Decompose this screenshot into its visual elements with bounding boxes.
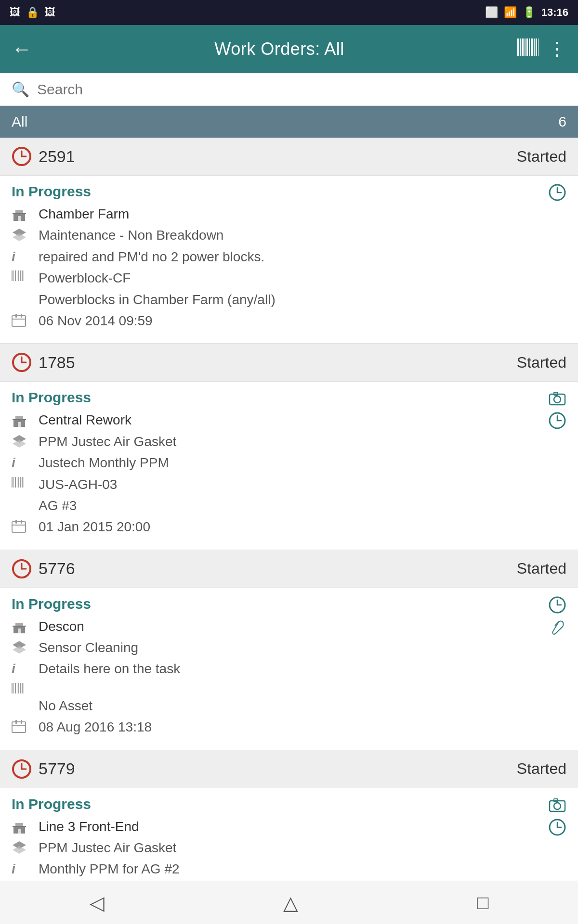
- card-right-icons-3: [548, 796, 566, 836]
- svg-rect-22: [17, 270, 17, 281]
- task-type-text-2: Sensor Cleaning: [39, 639, 548, 656]
- wo-status-0: Started: [517, 148, 566, 166]
- info-text-3: Monthly PPM for AG #2: [39, 860, 548, 878]
- task-type-row-3: PPM Justec Air Gasket: [12, 839, 548, 857]
- date-row-0: 06 Nov 2014 09:59: [12, 312, 548, 330]
- clock-teal-icon-0: [548, 183, 566, 202]
- svg-rect-4: [526, 38, 528, 56]
- svg-marker-42: [13, 440, 26, 448]
- svg-point-104: [554, 803, 561, 809]
- svg-rect-30: [21, 314, 22, 318]
- work-order-id-row-0[interactable]: 2591 Started: [0, 138, 578, 176]
- location-row-3: Line 3 Front-End: [12, 818, 548, 835]
- wrench-icon-2: [548, 618, 566, 636]
- svg-marker-18: [13, 233, 26, 241]
- svg-rect-47: [18, 477, 19, 488]
- wo-id-number-2: 5776: [39, 559, 75, 578]
- info-row-1: i Justech Monthly PPM: [12, 454, 548, 472]
- svg-rect-80: [15, 720, 17, 724]
- date-row-2: 08 Aug 2016 13:18: [12, 719, 548, 736]
- search-icon: 🔍: [12, 81, 29, 98]
- building-icon-3: [12, 819, 31, 834]
- svg-rect-39: [18, 422, 21, 427]
- layers-icon-2: [12, 640, 31, 654]
- svg-rect-0: [517, 38, 519, 56]
- svg-rect-21: [15, 270, 16, 281]
- app-bar: ← Work Orders: All ⋮: [0, 25, 578, 73]
- svg-rect-43: [12, 477, 13, 488]
- date-text-0: 06 Nov 2014 09:59: [39, 312, 548, 330]
- asset-code-text-1: JUS-AGH-03: [39, 476, 548, 493]
- svg-rect-71: [13, 683, 14, 693]
- svg-rect-77: [24, 683, 24, 693]
- location-row-1: Central Rework: [12, 411, 548, 429]
- asset-name-row-1: AG #3: [12, 497, 548, 514]
- location-text-3: Line 3 Front-End: [39, 818, 548, 835]
- in-progress-label-0: In Progress: [12, 183, 548, 200]
- svg-rect-23: [18, 270, 19, 281]
- info-text-2: Details here on the task: [39, 660, 548, 678]
- svg-rect-20: [13, 270, 14, 281]
- work-order-card-1[interactable]: In Progress Central Rework PPM Justec Ai…: [0, 382, 578, 550]
- nav-back-button[interactable]: ◁: [90, 892, 105, 914]
- barcode-button[interactable]: [517, 38, 539, 60]
- work-order-card-0[interactable]: In Progress Chamber Farm Maintenance - N…: [0, 176, 578, 344]
- date-row-1: 01 Jan 2015 20:00: [12, 518, 548, 536]
- svg-rect-53: [15, 520, 17, 524]
- info-text-1: Justech Monthly PPM: [39, 454, 548, 472]
- more-button[interactable]: ⋮: [548, 38, 566, 60]
- barcode-small-icon-2: [12, 683, 31, 693]
- work-order-id-row-1[interactable]: 1785 Started: [0, 344, 578, 382]
- building-icon-0: [12, 206, 31, 222]
- asset-code-row-2: [12, 682, 548, 693]
- svg-rect-49: [22, 477, 23, 488]
- wo-id-left-3: 5779: [12, 759, 75, 779]
- search-input[interactable]: [37, 81, 566, 98]
- info-text-0: repaired and PM'd no 2 power blocks.: [39, 248, 548, 266]
- all-count: 6: [558, 114, 566, 130]
- nav-recents-button[interactable]: □: [477, 892, 488, 913]
- all-label: All: [12, 114, 27, 130]
- svg-rect-74: [18, 683, 19, 693]
- building-icon-1: [12, 412, 31, 428]
- info-icon-0: i: [12, 249, 31, 265]
- asset-name-text-1: AG #3: [39, 497, 548, 514]
- asset-code-row-1: JUS-AGH-03: [12, 476, 548, 493]
- layers-icon-0: [12, 228, 31, 241]
- wo-status-3: Started: [517, 760, 566, 778]
- info-row-2: i Details here on the task: [12, 660, 548, 678]
- info-row-0: i repaired and PM'd no 2 power blocks.: [12, 248, 548, 266]
- card-right-icons-2: [548, 596, 566, 636]
- svg-rect-73: [17, 683, 17, 693]
- search-bar: 🔍: [0, 73, 578, 106]
- work-order-card-2[interactable]: In Progress Descon Sensor Cleaning i Det…: [0, 588, 578, 750]
- nav-home-button[interactable]: △: [283, 892, 298, 914]
- status-bar-right: ⬜ 📶 🔋 13:16: [485, 6, 568, 19]
- svg-rect-54: [21, 520, 22, 524]
- back-button[interactable]: ←: [12, 38, 32, 61]
- calendar-icon-0: [12, 313, 31, 327]
- svg-rect-75: [20, 683, 21, 693]
- task-type-text-3: PPM Justec Air Gasket: [39, 839, 548, 857]
- work-order-id-row-3[interactable]: 5779 Started: [0, 750, 578, 788]
- battery-icon: 🔋: [523, 6, 536, 19]
- camera-teal-icon-1: [548, 389, 566, 408]
- svg-rect-45: [15, 477, 16, 488]
- in-progress-label-2: In Progress: [12, 596, 548, 612]
- clock-icon-2: [12, 559, 32, 579]
- svg-rect-67: [13, 626, 26, 627]
- svg-rect-51: [12, 522, 26, 532]
- wo-id-number-1: 1785: [39, 353, 75, 372]
- wo-status-2: Started: [517, 560, 566, 578]
- task-type-row-2: Sensor Cleaning: [12, 639, 548, 656]
- svg-rect-72: [15, 683, 16, 693]
- asset-name-text-0: Powerblocks in Chamber Farm (any/all): [39, 291, 548, 308]
- svg-rect-1: [520, 38, 521, 56]
- work-order-id-row-2[interactable]: 5776 Started: [0, 550, 578, 588]
- svg-rect-50: [24, 477, 24, 488]
- wo-id-left-1: 1785: [12, 352, 75, 372]
- svg-rect-3: [525, 38, 525, 56]
- bottom-nav: ◁ △ □: [0, 881, 578, 924]
- svg-rect-70: [12, 683, 13, 693]
- layers-icon-3: [12, 840, 31, 854]
